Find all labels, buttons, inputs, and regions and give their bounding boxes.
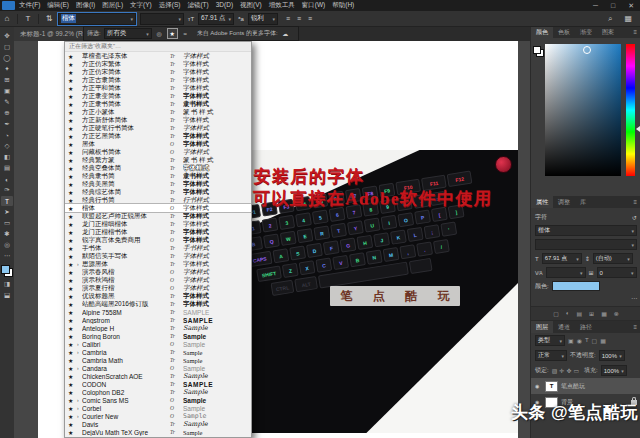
text-orientation-icon[interactable]: ⇅ [42,14,56,23]
path-select-tool-icon[interactable]: ➤ [1,207,13,217]
menu-item[interactable]: 增效工具 [269,1,295,10]
props-size-select[interactable]: 67.91 点▾ [542,253,582,264]
props-leading-select[interactable]: (自动)▾ [593,253,633,264]
move-tool-icon[interactable]: ✥ [1,31,13,41]
blend-mode-select[interactable]: 正常▾ [535,350,567,361]
favorite-star-icon[interactable]: ★ [68,421,77,428]
favorite-star-icon[interactable]: ★ [68,157,77,164]
favorite-star-icon[interactable]: ★ [68,173,77,180]
layer-filter-icon[interactable]: ▣ [568,337,574,344]
favorite-star-icon[interactable]: ★ [68,397,77,404]
fill-select[interactable]: 100%▾ [601,365,627,376]
panel-action-icon[interactable]: ⊞ [589,310,594,317]
lock-icon[interactable]: ▨ [552,367,558,374]
font-list-item[interactable]: ★AngstromTrSAMPLE [65,316,251,324]
favorite-star-icon[interactable]: ★ [68,317,77,324]
visibility-eye-icon[interactable]: ◉ [535,383,542,389]
font-list-item[interactable]: ★DejaVu Math TeX GyreTrSample [65,428,251,436]
favorite-star-icon[interactable]: ★ [68,77,77,84]
panel-menu-icon[interactable]: ≡ [633,29,640,35]
favorite-star-icon[interactable]: ★ [68,373,77,380]
favorite-star-icon[interactable]: ★ [68,349,77,356]
menu-item[interactable]: 帮助(H) [332,1,354,10]
favorite-star-icon[interactable]: ★ [68,53,77,60]
tab-color-2[interactable]: 色板 [553,26,575,38]
favorite-star-icon[interactable]: ★ [68,341,77,348]
menu-item[interactable]: 选择(S) [159,1,181,10]
layer-filter-icon[interactable]: ◉ [577,337,582,344]
favorite-star-icon[interactable]: ★ [68,85,77,92]
favorite-star-icon[interactable]: ★ [68,141,77,148]
favorite-star-icon[interactable]: ★ [68,101,77,108]
brush-tool-icon[interactable]: ✒ [1,119,13,129]
favorite-star-icon[interactable]: ★ [68,221,77,228]
font-list-item[interactable]: ★Alpine 7558MTrSAMPLE [65,308,251,316]
saturation-field[interactable] [545,44,621,176]
menu-item[interactable]: 图像(I) [76,1,95,10]
font-list-item[interactable]: ★›CalibriOSample [65,340,251,348]
favorite-star-icon[interactable]: ★ [68,325,77,332]
align-icon[interactable]: ≡ [308,15,316,23]
dodge-tool-icon[interactable]: ◐ [1,174,13,184]
favorite-star-icon[interactable]: ★ [68,69,77,76]
edit-toolbar-icon[interactable]: ⋯ [1,251,13,261]
align-icon[interactable]: ≡ [297,15,305,23]
favorite-star-icon[interactable]: ★ [68,365,77,372]
panel-action-icon[interactable]: ◐ [566,310,570,317]
favorite-star-icon[interactable]: ★ [68,269,77,276]
panel-action-icon[interactable]: ▦ [601,310,607,317]
menu-item[interactable]: 图层(L) [102,1,123,10]
panel-menu-icon[interactable]: ≡ [633,324,640,330]
favorite-star-icon[interactable]: ★ [68,61,77,68]
lock-icon[interactable]: ✥ [566,367,571,374]
tab-layers-1[interactable]: 图层 [531,321,553,333]
favorite-star-icon[interactable]: ★ [68,133,77,140]
creative-cloud-icon[interactable]: ☁ [281,29,290,38]
favorite-star-icon[interactable]: ★ [68,285,77,292]
font-list-item[interactable]: ★Antelope HTrSample [65,324,251,332]
font-family-select[interactable]: 楷体 ▾ [58,13,136,25]
font-list-item[interactable]: ★Colophon DB2TrSample [65,388,251,396]
favorite-star-icon[interactable]: ★ [68,381,77,388]
favorite-star-icon[interactable]: ★ [68,253,77,260]
font-class-filter-select[interactable]: 所有类 ▾ [104,28,152,39]
favorite-star-icon[interactable]: ★ [68,309,77,316]
tab-properties-3[interactable]: 库 [575,196,591,208]
layer-row[interactable]: ◉T笔点酷玩 [531,378,640,394]
favorite-star-icon[interactable]: ★ [68,389,77,396]
shape-tool-icon[interactable]: ▭ [1,218,13,228]
home-icon[interactable]: ⌂ [0,14,14,23]
panel-menu-icon[interactable]: ≡ [633,199,640,205]
props-tracking-select[interactable]: 0▾ [597,267,637,278]
hue-slider[interactable] [626,44,635,176]
menu-item[interactable]: 窗口(W) [302,1,325,10]
lock-icon[interactable]: ▭ [573,367,579,374]
favorite-star-icon[interactable]: ★ [68,165,77,172]
font-list-item[interactable]: ★CODONTrSAMPLE [65,380,251,388]
tab-properties-2[interactable]: 调整 [553,196,575,208]
foreground-color-swatch[interactable] [1,265,10,274]
text-color-swatch[interactable] [552,281,600,291]
font-list-item[interactable]: ★Boring BoronTrSample [65,332,251,340]
favorite-star-icon[interactable]: ★ [68,117,77,124]
font-list-item[interactable]: ★›CambriaTrSample [65,348,251,356]
marquee-tool-icon[interactable]: ▢ [1,42,13,52]
font-list-item[interactable]: ★›CorbelOSample [65,404,251,412]
screen-mode-icon[interactable]: ⬓ [1,290,13,300]
favorite-star-icon[interactable]: ★ [68,229,77,236]
more-options-icon[interactable]: ⋯ [631,294,637,301]
quick-mask-icon[interactable]: ◨ [1,279,13,289]
layer-filter-icon[interactable]: ▢ [592,337,598,344]
color-picker-handle[interactable] [583,46,591,54]
favorite-star-icon[interactable]: ★ [68,333,77,340]
favorite-star-icon[interactable]: ★ [68,237,77,244]
favorite-star-icon[interactable]: ★ [68,277,77,284]
menu-item[interactable]: 文件(F) [19,1,40,10]
eyedropper-tool-icon[interactable]: ✎ [1,97,13,107]
minimize-icon[interactable]: ─ [593,2,598,10]
clone-stamp-tool-icon[interactable]: ◔ [1,130,13,140]
font-list-item[interactable]: ★›Comic Sans MSOSample [65,396,251,404]
favorite-star-icon[interactable]: ★ [68,213,77,220]
tab-color-3[interactable]: 渐变 [575,26,597,38]
font-list-item[interactable]: ★DavisTrSample [65,420,251,428]
